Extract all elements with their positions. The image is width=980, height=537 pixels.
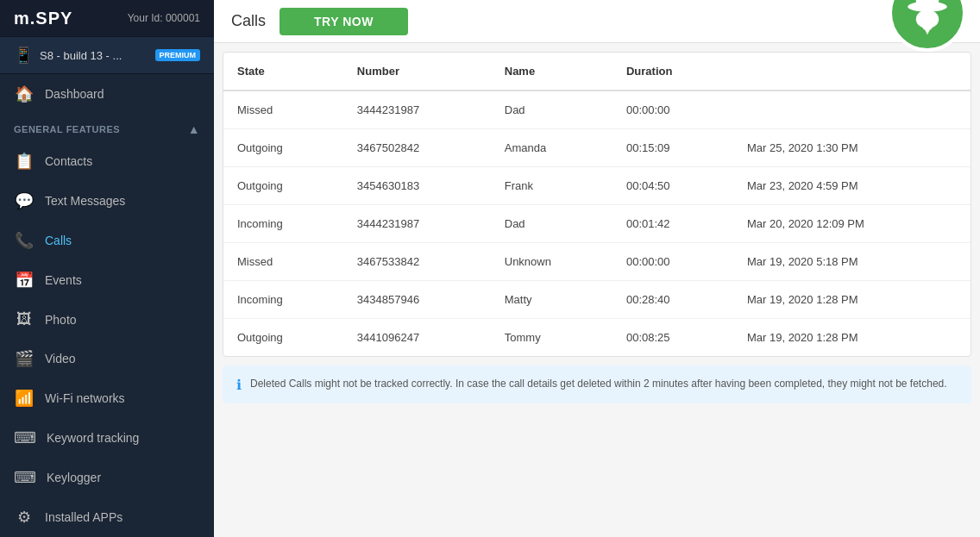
cell-number: 3467533842 (343, 243, 491, 281)
table-row: Missed 3444231987 Dad 00:00:00 (223, 91, 971, 129)
sidebar-item-dashboard[interactable]: 🏠 Dashboard (0, 74, 214, 114)
sidebar: m.SPY Your Id: 000001 📱 S8 - build 13 - … (0, 0, 214, 537)
sidebar-item-keylogger[interactable]: ⌨ Keylogger (0, 458, 214, 497)
keyword-icon: ⌨ (14, 428, 36, 447)
app-logo: m.SPY (14, 9, 72, 28)
keylogger-icon: ⌨ (14, 468, 36, 487)
cell-number: 3467502842 (343, 129, 491, 167)
cell-number: 3454630183 (343, 167, 491, 205)
premium-badge: PREMIUM (155, 49, 201, 61)
cell-duration: 00:08:25 (612, 319, 733, 357)
section-label: GENERAL FEATURES (14, 124, 120, 134)
page-title: Calls (231, 12, 266, 30)
content-area: State Number Name Duration Missed 344423… (214, 43, 980, 537)
section-general-features: GENERAL FEATURES ▲ (0, 114, 214, 141)
table-row: Incoming 3444231987 Dad 00:01:42 Mar 20,… (223, 205, 971, 243)
video-label: Video (45, 352, 76, 365)
events-icon: 📅 (14, 271, 35, 290)
sidebar-header: m.SPY Your Id: 000001 (0, 0, 214, 37)
wifi-icon: 📶 (14, 389, 35, 408)
info-icon: ℹ (236, 377, 242, 393)
photo-label: Photo (45, 313, 77, 327)
col-header-duration: Duration (612, 53, 733, 91)
device-name: S8 - build 13 - ... (40, 49, 148, 62)
cell-duration: 00:01:42 (612, 205, 733, 243)
chevron-up-icon: ▲ (188, 122, 200, 136)
photo-icon: 🖼 (14, 310, 35, 328)
events-label: Events (45, 273, 82, 287)
device-bar: 📱 S8 - build 13 - ... PREMIUM (0, 37, 214, 74)
apps-icon: ⚙ (14, 508, 35, 527)
sidebar-item-keyword-tracking[interactable]: ⌨ Keyword tracking (0, 418, 214, 458)
cell-state: Incoming (223, 205, 343, 243)
cell-duration: 00:15:09 (612, 129, 733, 167)
cell-number: 3444231987 (343, 205, 491, 243)
cell-duration: 00:28:40 (612, 281, 733, 319)
messages-icon: 💬 (14, 191, 35, 210)
home-icon: 🏠 (14, 84, 35, 103)
calls-label: Calls (45, 234, 72, 247)
dashboard-label: Dashboard (45, 87, 104, 101)
cell-state: Missed (223, 243, 343, 281)
table-row: Outgoing 3441096247 Tommy 00:08:25 Mar 1… (223, 319, 971, 357)
cell-duration: 00:00:00 (612, 243, 733, 281)
table-row: Outgoing 3454630183 Frank 00:04:50 Mar 2… (223, 167, 971, 205)
cell-duration: 00:04:50 (612, 167, 733, 205)
notice-bar: ℹ Deleted Calls might not be tracked cor… (223, 365, 971, 403)
sidebar-item-wifi[interactable]: 📶 Wi-Fi networks (0, 378, 214, 418)
keylogger-label: Keylogger (47, 471, 101, 484)
cell-date: Mar 23, 2020 4:59 PM (733, 167, 971, 205)
table-row: Missed 3467533842 Unknown 00:00:00 Mar 1… (223, 243, 971, 281)
sidebar-item-video[interactable]: 🎬 Video (0, 339, 214, 378)
table-row: Outgoing 3467502842 Amanda 00:15:09 Mar … (223, 129, 971, 167)
contacts-label: Contacts (45, 154, 92, 168)
cell-number: 3434857946 (343, 281, 491, 319)
cell-date (733, 91, 971, 129)
try-now-button[interactable]: TRY NOW (280, 8, 408, 35)
cell-date: Mar 19, 2020 5:18 PM (733, 243, 971, 281)
calls-table-box: State Number Name Duration Missed 344423… (223, 52, 971, 357)
cell-name: Amanda (491, 129, 612, 167)
topbar: Calls TRY NOW ⋮ 🇺🇸 ▼ (214, 0, 980, 43)
main-content: Calls TRY NOW ⋮ 🇺🇸 ▼ (214, 0, 980, 537)
calls-table: State Number Name Duration Missed 344423… (223, 53, 971, 356)
col-header-state: State (223, 53, 343, 91)
cell-date: Mar 20, 2020 12:09 PM (733, 205, 971, 243)
notice-text: Deleted Calls might not be tracked corre… (250, 376, 947, 391)
cell-date: Mar 19, 2020 1:28 PM (733, 281, 971, 319)
cell-date: Mar 25, 2020 1:30 PM (733, 129, 971, 167)
installed-apps-label: Installed APPs (45, 510, 122, 524)
svg-marker-4 (923, 27, 932, 35)
cell-name: Dad (491, 205, 612, 243)
sidebar-item-installed-apps[interactable]: ⚙ Installed APPs (0, 497, 214, 537)
sidebar-item-photo[interactable]: 🖼 Photo (0, 300, 214, 339)
cell-state: Outgoing (223, 167, 343, 205)
svg-rect-1 (916, 0, 939, 8)
contacts-icon: 📋 (14, 152, 35, 171)
cell-number: 3444231987 (343, 91, 491, 129)
cell-state: Outgoing (223, 319, 343, 357)
cell-name: Tommy (491, 319, 612, 357)
android-icon: 📱 (14, 46, 33, 65)
sidebar-item-events[interactable]: 📅 Events (0, 260, 214, 300)
calls-icon: 📞 (14, 231, 35, 250)
cell-state: Incoming (223, 281, 343, 319)
cell-name: Matty (491, 281, 612, 319)
table-header-row: State Number Name Duration (223, 53, 971, 91)
col-header-name: Name (491, 53, 612, 91)
sidebar-item-contacts[interactable]: 📋 Contacts (0, 141, 214, 181)
cell-duration: 00:00:00 (612, 91, 733, 129)
cell-name: Unknown (491, 243, 612, 281)
keyword-tracking-label: Keyword tracking (47, 431, 139, 445)
video-icon: 🎬 (14, 349, 35, 368)
cell-name: Dad (491, 91, 612, 129)
sidebar-item-text-messages[interactable]: 💬 Text Messages (0, 181, 214, 221)
wifi-label: Wi-Fi networks (45, 391, 125, 405)
cell-state: Missed (223, 91, 343, 129)
sidebar-item-calls[interactable]: 📞 Calls (0, 221, 214, 260)
cell-state: Outgoing (223, 129, 343, 167)
text-messages-label: Text Messages (45, 194, 125, 208)
col-header-number: Number (343, 53, 491, 91)
table-row: Incoming 3434857946 Matty 00:28:40 Mar 1… (223, 281, 971, 319)
cell-date: Mar 19, 2020 1:28 PM (733, 319, 971, 357)
